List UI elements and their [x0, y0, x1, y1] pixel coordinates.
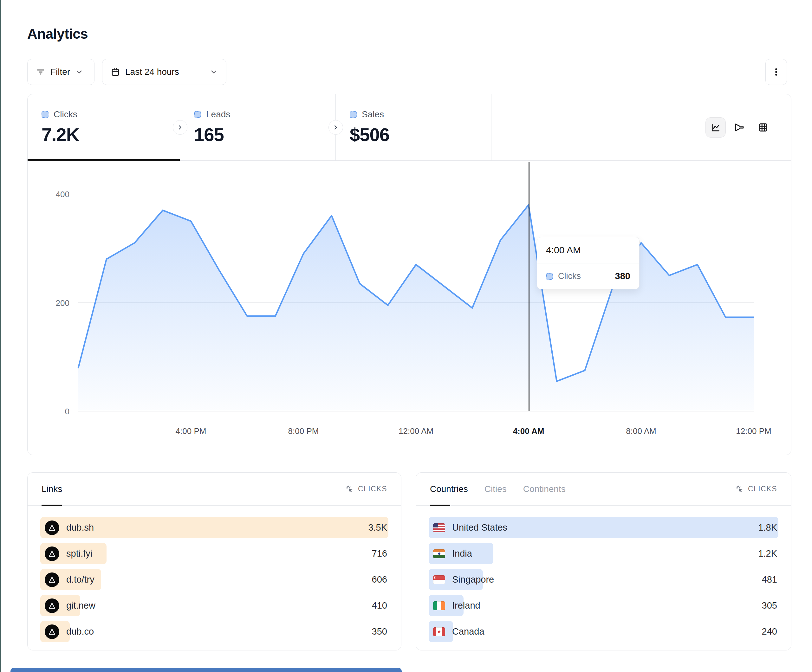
link-row[interactable]: dub.sh 3.5K: [40, 517, 388, 538]
link-row[interactable]: dub.co 350: [40, 621, 388, 642]
y-axis-tick: 0: [34, 407, 70, 416]
country-row[interactable]: India 1.2K: [429, 543, 778, 564]
india-flag-icon: [433, 549, 445, 558]
chart-tooltip: 4:00 AM Clicks 380: [537, 237, 640, 289]
tab-cities[interactable]: Cities: [484, 472, 507, 506]
filter-icon: [36, 67, 45, 77]
countries-metric-header[interactable]: CLICKS: [735, 484, 777, 493]
country-row[interactable]: United States 1.8K: [429, 517, 778, 538]
country-label: India: [452, 548, 472, 559]
tooltip-time: 4:00 AM: [537, 237, 639, 263]
country-clicks: 1.2K: [758, 548, 777, 559]
clicks-value: 7.2K: [41, 124, 180, 145]
tab-countries[interactable]: Countries: [430, 472, 468, 506]
sales-value: $506: [350, 124, 491, 145]
line-chart-icon: [711, 122, 721, 133]
more-menu-button[interactable]: [765, 59, 787, 85]
tab-continents[interactable]: Continents: [523, 472, 566, 506]
dub-logo-icon: [45, 520, 59, 535]
link-label: git.new: [66, 600, 96, 611]
tooltip-value: 380: [615, 271, 630, 281]
tab-clicks[interactable]: Clicks 7.2K: [27, 94, 180, 160]
x-axis-tick: 4:00 AM: [513, 426, 544, 436]
ireland-flag-icon: [433, 601, 445, 610]
tab-sales[interactable]: Sales $506: [336, 94, 491, 160]
country-label: Ireland: [452, 600, 480, 611]
link-clicks: 350: [372, 626, 387, 637]
links-panel-header: Links CLICKS: [27, 472, 401, 506]
clicks-tab-label: Clicks: [54, 109, 77, 119]
clicks-area-chart[interactable]: 0200400 4:00 PM8:00 PM12:00 AM4:00 AM8:0…: [27, 161, 791, 455]
link-clicks: 716: [372, 548, 387, 559]
link-row[interactable]: spti.fyi 716: [40, 543, 388, 564]
window-left-edge: [0, 0, 1, 672]
cursor-click-icon: [735, 484, 744, 493]
country-row[interactable]: Ireland 305: [429, 595, 778, 616]
hover-crosshair: [529, 162, 529, 411]
link-row[interactable]: git.new 410: [40, 595, 388, 616]
dub-logo-icon: [45, 624, 59, 639]
dub-logo-icon: [45, 599, 59, 613]
country-label: Canada: [452, 626, 484, 637]
x-axis-tick: 12:00 PM: [736, 426, 771, 436]
link-label: dub.co: [66, 626, 94, 637]
link-clicks: 410: [372, 600, 387, 611]
chart-canvas: [78, 194, 754, 411]
tab-links[interactable]: Links: [41, 472, 62, 506]
country-row[interactable]: Canada 240: [429, 621, 778, 642]
y-axis-tick: 200: [34, 298, 70, 308]
dub-logo-icon: [45, 573, 59, 587]
page-title: Analytics: [27, 26, 88, 42]
sales-tab-label: Sales: [362, 109, 384, 119]
y-axis-tick: 400: [34, 189, 70, 200]
links-rows: dub.sh 3.5K spti.fyi 716 d.to/try 606 gi…: [27, 506, 401, 642]
x-axis-tick: 8:00 AM: [626, 426, 656, 436]
analytics-card: Clicks 7.2K Leads 165 Sales $506: [27, 94, 792, 455]
country-row[interactable]: Singapore 481: [429, 569, 778, 590]
countries-panel-header: Countries Cities Continents CLICKS: [416, 472, 791, 506]
leads-value: 165: [194, 124, 336, 145]
stats-tabs-row: Clicks 7.2K Leads 165 Sales $506: [27, 94, 791, 161]
table-view-button[interactable]: [753, 117, 773, 138]
bottom-peek-bar: [10, 668, 402, 672]
cursor-click-icon: [345, 484, 354, 493]
link-clicks: 606: [372, 574, 387, 585]
chart-view-toggles: [705, 117, 773, 138]
dub-logo-icon: [45, 546, 59, 561]
country-clicks: 240: [762, 626, 777, 637]
us-flag-icon: [433, 524, 445, 532]
funnel-icon: [734, 122, 744, 133]
calendar-icon: [111, 67, 120, 77]
date-range-label: Last 24 hours: [125, 67, 179, 77]
leads-legend-chip: [194, 111, 201, 118]
countries-rows: United States 1.8K India 1.2K Singapore …: [416, 506, 791, 642]
analytics-page: Analytics Filter Last 24 hours Clicks 7.…: [0, 0, 812, 672]
funnel-view-button[interactable]: [729, 117, 749, 138]
singapore-flag-icon: [433, 575, 445, 584]
date-range-button[interactable]: Last 24 hours: [102, 59, 226, 85]
link-row[interactable]: d.to/try 606: [40, 569, 388, 590]
tooltip-legend-chip: [546, 273, 553, 280]
link-clicks: 3.5K: [368, 522, 387, 533]
chevron-down-icon: [75, 68, 84, 76]
filter-button[interactable]: Filter: [27, 59, 94, 85]
leads-tab-label: Leads: [206, 109, 230, 119]
sales-legend-chip: [350, 111, 357, 118]
country-label: United States: [452, 522, 507, 533]
chevron-down-icon: [210, 68, 218, 76]
country-clicks: 1.8K: [758, 522, 777, 533]
countries-panel: Countries Cities Continents CLICKS Unite…: [416, 472, 792, 650]
link-label: dub.sh: [66, 522, 94, 533]
tab-leads[interactable]: Leads 165: [180, 94, 336, 160]
country-clicks: 481: [762, 574, 777, 585]
links-metric-header[interactable]: CLICKS: [345, 484, 387, 493]
tooltip-series-label: Clicks: [558, 271, 581, 281]
country-label: Singapore: [452, 574, 494, 585]
x-axis-tick: 12:00 AM: [399, 426, 433, 436]
kebab-menu-icon: [771, 67, 781, 77]
country-clicks: 305: [762, 600, 777, 611]
table-grid-icon: [758, 122, 768, 133]
line-chart-view-button[interactable]: [705, 117, 726, 138]
link-label: d.to/try: [66, 574, 94, 585]
link-label: spti.fyi: [66, 548, 92, 559]
